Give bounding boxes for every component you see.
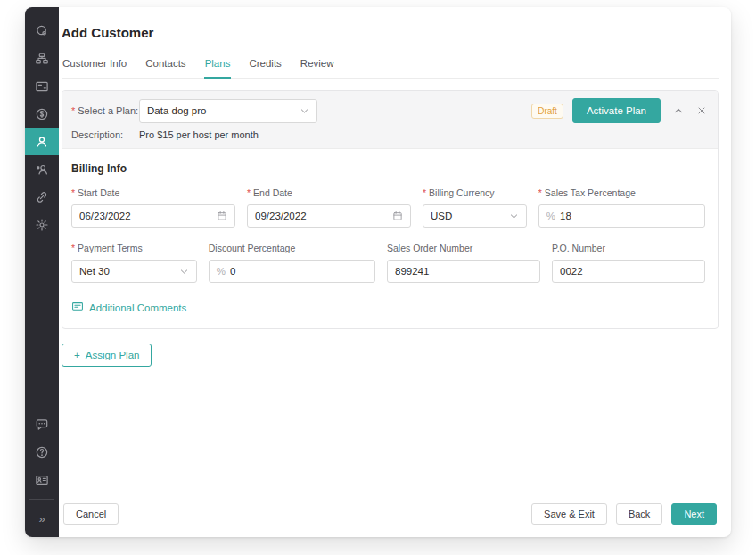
additional-comments-label: Additional Comments: [89, 302, 186, 313]
field-end-date: *End Date: [247, 187, 411, 228]
users-icon: [35, 162, 49, 177]
required-marker: *: [71, 187, 75, 198]
collapse-panel-button[interactable]: [673, 105, 684, 116]
plus-icon: +: [74, 350, 80, 360]
payment-terms-value: Net 30: [79, 266, 110, 277]
cancel-button[interactable]: Cancel: [63, 503, 119, 525]
required-marker: *: [71, 105, 75, 116]
gear-icon: [35, 218, 49, 232]
footer-bar: Cancel Save & Exit Back Next: [59, 493, 731, 525]
save-exit-button[interactable]: Save & Exit: [531, 503, 607, 525]
comment-icon: [71, 301, 84, 315]
customer-icon: [35, 135, 49, 149]
chevron-down-icon: [179, 267, 189, 277]
sidebar-item-contact-card[interactable]: [25, 467, 59, 493]
payment-terms-select[interactable]: Net 30: [71, 260, 197, 283]
billing-fields-row-1: *Start Date *End Date: [71, 187, 705, 228]
billing-card-icon: [35, 79, 49, 94]
help-icon: [35, 445, 49, 460]
field-billing-currency: *Billing Currency USD: [423, 187, 527, 228]
empty-area: [62, 367, 719, 493]
field-discount: Discount Percentage %: [209, 243, 375, 283]
discount-input[interactable]: %: [209, 260, 375, 283]
start-date-value[interactable]: [79, 211, 217, 221]
billing-info-title: Billing Info: [71, 162, 705, 175]
chat-icon: [35, 418, 49, 432]
sidebar-item-integrations[interactable]: [25, 184, 59, 211]
tab-plans[interactable]: Plans: [204, 54, 232, 79]
double-chevron-right-icon: »: [38, 513, 45, 525]
percent-prefix: %: [217, 266, 226, 277]
page-title: Add Customer: [62, 25, 719, 40]
sidebar-collapse-button[interactable]: »: [25, 505, 59, 532]
sidebar-item-revenue[interactable]: [25, 101, 59, 128]
sidebar: »: [25, 7, 59, 537]
sidebar-item-chat[interactable]: [25, 411, 59, 438]
additional-comments-link[interactable]: Additional Comments: [71, 301, 186, 315]
sidebar-nav-bottom: »: [25, 411, 59, 532]
sales-tax-value[interactable]: [560, 211, 697, 221]
tab-contacts[interactable]: Contacts: [144, 54, 186, 79]
chevron-down-icon: [300, 106, 309, 116]
chevron-down-icon: [509, 211, 519, 221]
sidebar-item-logo[interactable]: [25, 18, 59, 45]
footer-right-group: Save & Exit Back Next: [531, 503, 717, 525]
field-sales-tax: *Sales Tax Percentage %: [538, 187, 705, 228]
dollar-circle-icon: [35, 107, 49, 121]
field-sales-order: Sales Order Number: [387, 243, 540, 283]
tab-review[interactable]: Review: [300, 54, 335, 79]
field-payment-terms: *Payment Terms Net 30: [71, 243, 197, 283]
app-window: » Add Customer Customer Info Contacts Pl…: [25, 7, 731, 537]
plan-select[interactable]: Data dog pro: [139, 99, 317, 123]
start-date-input[interactable]: [71, 204, 235, 228]
activate-plan-button[interactable]: Activate Plan: [572, 98, 661, 123]
link-icon: [35, 190, 49, 204]
sales-tax-input[interactable]: %: [538, 204, 705, 228]
org-chart-icon: [35, 52, 49, 66]
tab-bar: Customer Info Contacts Plans Credits Rev…: [62, 54, 719, 79]
plan-description: Pro $15 per host per month: [139, 129, 259, 140]
required-marker: *: [423, 187, 426, 198]
main-content: Add Customer Customer Info Contacts Plan…: [59, 7, 731, 537]
status-badge-draft: Draft: [531, 104, 563, 119]
required-marker: *: [71, 243, 75, 253]
end-date-value[interactable]: [255, 211, 392, 221]
sidebar-divider: [29, 499, 54, 500]
po-number-value[interactable]: [560, 266, 697, 277]
tab-customer-info[interactable]: Customer Info: [62, 54, 127, 79]
sidebar-item-settings[interactable]: [25, 211, 59, 238]
end-date-input[interactable]: [247, 204, 411, 228]
field-po-number: P.O. Number: [552, 243, 705, 283]
plan-panel-header: *Select a Plan: Data dog pro Draft Activ…: [62, 91, 718, 149]
required-marker: *: [538, 187, 542, 198]
percent-prefix: %: [546, 211, 555, 221]
plan-select-value: Data dog pro: [147, 105, 207, 116]
assign-plan-button[interactable]: + Assign Plan: [62, 344, 152, 367]
logo-icon: [35, 24, 49, 38]
back-button[interactable]: Back: [616, 503, 662, 525]
sidebar-item-users[interactable]: [25, 156, 59, 183]
next-button[interactable]: Next: [671, 503, 717, 525]
billing-currency-select[interactable]: USD: [423, 204, 527, 228]
sidebar-item-customers[interactable]: [25, 128, 59, 155]
sales-order-input[interactable]: [387, 260, 540, 283]
contact-card-icon: [35, 473, 49, 487]
discount-value[interactable]: [230, 266, 367, 277]
close-panel-button[interactable]: [696, 105, 707, 116]
po-number-input[interactable]: [552, 260, 705, 283]
plan-panel-body: Billing Info *Start Date *End Date: [62, 149, 718, 328]
sidebar-item-org-chart[interactable]: [25, 46, 59, 72]
select-plan-label: *Select a Plan:: [71, 105, 139, 116]
calendar-icon[interactable]: [392, 211, 403, 221]
assign-plan-label: Assign Plan: [86, 350, 140, 360]
plan-panel: *Select a Plan: Data dog pro Draft Activ…: [62, 90, 719, 329]
sidebar-nav-top: [25, 18, 59, 238]
description-label: Description:: [71, 129, 139, 140]
sidebar-item-billing-card[interactable]: [25, 73, 59, 100]
billing-currency-value: USD: [431, 211, 452, 221]
tab-credits[interactable]: Credits: [248, 54, 282, 79]
sales-order-value[interactable]: [395, 266, 532, 277]
required-marker: *: [247, 187, 251, 198]
sidebar-item-help[interactable]: [25, 439, 59, 466]
calendar-icon[interactable]: [217, 211, 227, 221]
